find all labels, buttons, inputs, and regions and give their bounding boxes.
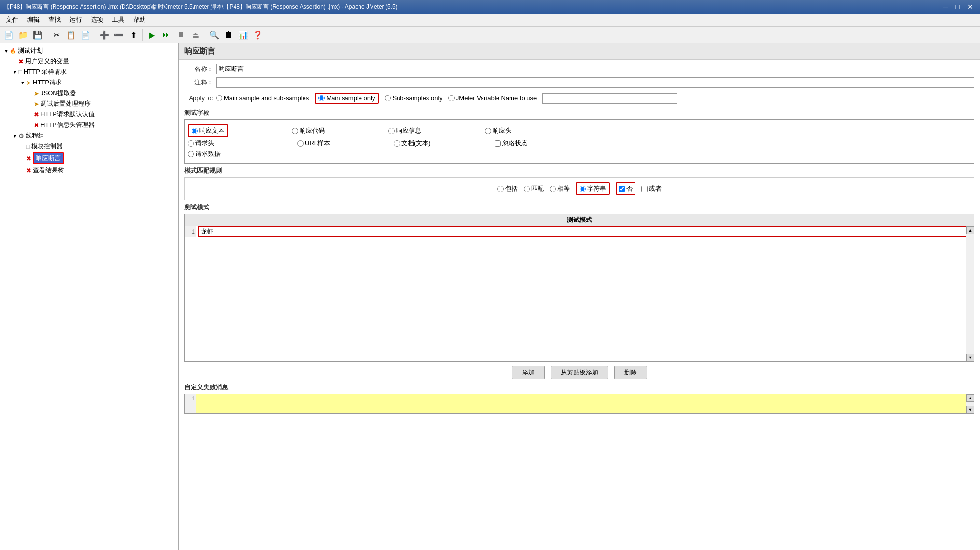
toolbar-start-no-pause-button[interactable]: ⏭ bbox=[160, 28, 173, 41]
toolbar-paste-button[interactable]: 📄 bbox=[79, 28, 92, 41]
pattern-match-contains-radio[interactable] bbox=[497, 186, 504, 192]
expand-http-sample-icon[interactable]: ▼ bbox=[12, 69, 18, 75]
tree-item-http-headers[interactable]: ✖ HTTP信息头管理器 bbox=[2, 120, 176, 130]
minimize-button[interactable]: ─ bbox=[940, 3, 951, 11]
tree-item-thread-group[interactable]: ▼ ⚙ 线程组 bbox=[2, 130, 176, 141]
test-field-request-header-radio[interactable] bbox=[188, 140, 194, 147]
toolbar-move-up-button[interactable]: ⬆ bbox=[126, 28, 140, 41]
tree-item-testplan[interactable]: ▼ 🔥 测试计划 bbox=[2, 45, 176, 56]
tree-item-user-vars[interactable]: ✖ 用户定义的变量 bbox=[2, 56, 176, 67]
toolbar-cut-button[interactable]: ✂ bbox=[50, 28, 63, 41]
pattern-match-equals-radio[interactable] bbox=[550, 186, 556, 192]
pattern-match-or[interactable]: 或者 bbox=[641, 184, 662, 193]
pattern-match-not-check[interactable] bbox=[619, 186, 625, 192]
apply-to-main-sub[interactable]: Main sample and sub-samples bbox=[216, 95, 309, 102]
test-field-url-sample-radio[interactable] bbox=[297, 140, 304, 147]
tree-item-http-request[interactable]: ▼ ➤ HTTP请求 bbox=[2, 77, 176, 88]
tree-item-debug-post[interactable]: ➤ 调试后置处理程序 bbox=[2, 98, 176, 109]
toolbar-open-button[interactable]: 📁 bbox=[16, 28, 30, 41]
name-input[interactable] bbox=[216, 64, 974, 74]
test-field-response-msg[interactable]: 响应信息 bbox=[388, 126, 421, 135]
apply-to-jmeter-var[interactable]: JMeter Variable Name to use bbox=[448, 95, 537, 102]
apply-to-sub-only-radio[interactable] bbox=[385, 95, 391, 101]
menu-help[interactable]: 帮助 bbox=[129, 14, 150, 25]
close-button[interactable]: ✕ bbox=[965, 3, 976, 11]
pattern-match-string[interactable]: 字符串 bbox=[576, 182, 610, 195]
test-field-response-header[interactable]: 响应头 bbox=[485, 126, 511, 135]
test-field-response-text-radio[interactable] bbox=[192, 128, 198, 134]
test-field-doc-text[interactable]: 文档(文本) bbox=[394, 139, 431, 148]
toolbar-new-button[interactable]: 📄 bbox=[2, 28, 15, 41]
menu-edit[interactable]: 编辑 bbox=[23, 14, 43, 25]
test-field-ignore-status[interactable]: 忽略状态 bbox=[495, 139, 527, 148]
test-field-request-data[interactable]: 请求数据 bbox=[188, 150, 221, 158]
toolbar-search-button[interactable]: 🔍 bbox=[207, 28, 221, 41]
test-field-response-code[interactable]: 响应代码 bbox=[292, 126, 325, 135]
tree-label-testplan: 测试计划 bbox=[18, 46, 43, 55]
menu-run[interactable]: 运行 bbox=[66, 14, 86, 25]
menu-find[interactable]: 查找 bbox=[44, 14, 65, 25]
custom-fail-scroll-up[interactable]: ▲ bbox=[966, 394, 974, 402]
apply-to-sub-only[interactable]: Sub-samples only bbox=[385, 95, 442, 102]
toolbar-log-button[interactable]: 📊 bbox=[236, 28, 250, 41]
toolbar-save-button[interactable]: 💾 bbox=[31, 28, 44, 41]
pattern-match-or-check[interactable] bbox=[641, 186, 648, 192]
maximize-button[interactable]: □ bbox=[953, 3, 963, 11]
toolbar-stop-button[interactable]: ⏹ bbox=[174, 28, 188, 41]
add-clipboard-button[interactable]: 从剪贴板添加 bbox=[551, 366, 608, 379]
tree-item-assertion[interactable]: ✖ 响应断言 bbox=[2, 151, 176, 165]
test-field-response-text[interactable]: 响应文本 bbox=[188, 124, 228, 137]
test-field-request-header[interactable]: 请求头 bbox=[188, 139, 214, 148]
test-field-response-msg-radio[interactable] bbox=[388, 128, 395, 134]
toolbar-copy-button[interactable]: 📋 bbox=[64, 28, 78, 41]
apply-to-main-sub-radio[interactable] bbox=[216, 95, 222, 101]
menu-options[interactable]: 选项 bbox=[87, 14, 107, 25]
tree-item-result-tree[interactable]: ✖ 查看结果树 bbox=[2, 165, 176, 176]
pattern-match-matches-radio[interactable] bbox=[524, 186, 530, 192]
apply-to-main-sub-label: Main sample and sub-samples bbox=[224, 95, 309, 102]
toolbar-help-button[interactable]: ❓ bbox=[251, 28, 264, 41]
apply-to-label: Apply to: bbox=[184, 95, 213, 102]
tree-item-http-sample[interactable]: ▼ □ HTTP 采样请求 bbox=[2, 67, 176, 77]
jmeter-var-input[interactable] bbox=[542, 93, 677, 104]
delete-button[interactable]: 删除 bbox=[614, 366, 647, 379]
pattern-match-not[interactable]: 否 bbox=[616, 182, 635, 195]
pattern-match-string-radio[interactable] bbox=[580, 186, 586, 192]
test-field-doc-text-radio[interactable] bbox=[394, 140, 400, 147]
comment-input[interactable] bbox=[216, 77, 974, 88]
custom-fail-textarea[interactable] bbox=[196, 394, 966, 413]
pattern-match-matches[interactable]: 匹配 bbox=[524, 184, 544, 193]
apply-to-main-only[interactable]: Main sample only bbox=[315, 93, 379, 104]
tree-item-json-extractor[interactable]: ➤ JSON提取器 bbox=[2, 88, 176, 98]
menu-file[interactable]: 文件 bbox=[2, 14, 22, 25]
scroll-up-button[interactable]: ▲ bbox=[966, 226, 974, 234]
toolbar-remove-button[interactable]: ➖ bbox=[112, 28, 125, 41]
tree-item-http-defaults[interactable]: ✖ HTTP请求默认认值 bbox=[2, 109, 176, 120]
toolbar-clear-button[interactable]: 🗑 bbox=[222, 28, 235, 41]
menu-tools[interactable]: 工具 bbox=[108, 14, 128, 25]
custom-fail-scroll-down[interactable]: ▼ bbox=[966, 406, 974, 413]
pattern-match-equals[interactable]: 相等 bbox=[550, 184, 570, 193]
expand-testplan-icon[interactable]: ▼ bbox=[3, 48, 10, 54]
test-field-ignore-status-check[interactable] bbox=[495, 140, 501, 147]
custom-fail-scrollbar[interactable]: ▲ ▼ bbox=[966, 394, 974, 413]
test-field-request-data-radio[interactable] bbox=[188, 151, 194, 157]
toolbar-add-button[interactable]: ➕ bbox=[97, 28, 111, 41]
test-field-response-code-radio[interactable] bbox=[292, 128, 298, 134]
toolbar-shutdown-button[interactable]: ⏏ bbox=[189, 28, 202, 41]
apply-to-jmeter-var-radio[interactable] bbox=[448, 95, 455, 101]
apply-to-main-only-radio[interactable] bbox=[318, 95, 325, 101]
custom-fail-label: 自定义失败消息 bbox=[184, 383, 974, 392]
expand-thread-group-icon[interactable]: ▼ bbox=[12, 133, 18, 138]
add-button[interactable]: 添加 bbox=[512, 366, 545, 379]
test-row-1-input[interactable] bbox=[198, 226, 966, 237]
scroll-down-button[interactable]: ▼ bbox=[966, 354, 974, 361]
test-field-url-sample[interactable]: URL样本 bbox=[297, 139, 330, 148]
toolbar-start-button[interactable]: ▶ bbox=[145, 28, 159, 41]
tree-item-module-controller[interactable]: □ 模块控制器 bbox=[2, 141, 176, 151]
pattern-match-contains[interactable]: 包括 bbox=[497, 184, 518, 193]
pattern-match-equals-label: 相等 bbox=[557, 184, 570, 193]
test-field-response-header-radio[interactable] bbox=[485, 128, 491, 134]
test-mode-scrollbar[interactable]: ▲ ▼ bbox=[966, 226, 974, 361]
expand-http-request-icon[interactable]: ▼ bbox=[19, 80, 26, 85]
